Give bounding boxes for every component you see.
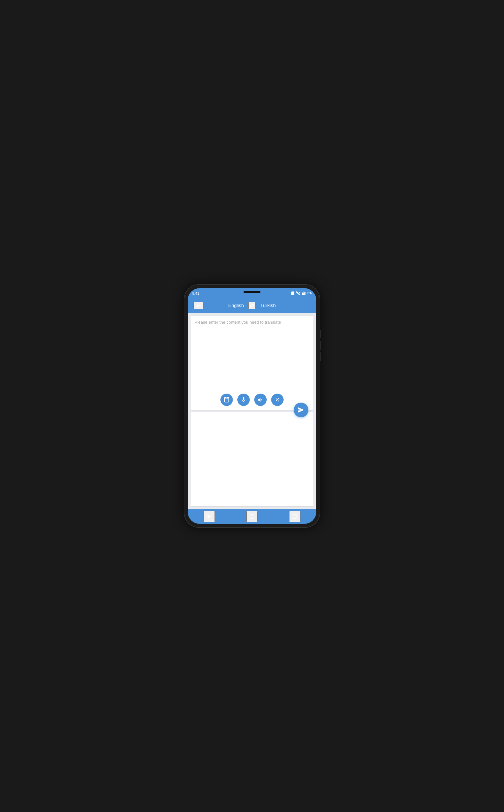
- app-header: English Turkish: [188, 298, 316, 313]
- nav-home-icon: [249, 513, 255, 520]
- navigation-bar: [188, 509, 316, 524]
- output-panel: [191, 412, 313, 506]
- signal-icon: [302, 291, 306, 295]
- send-icon: [298, 407, 304, 413]
- back-arrow-icon: [195, 303, 202, 309]
- nav-recents-button[interactable]: [289, 511, 300, 522]
- clear-icon: [274, 397, 280, 403]
- volume-icon: [257, 397, 264, 403]
- microphone-icon: [240, 397, 247, 403]
- clipboard-button[interactable]: [220, 394, 233, 406]
- wifi-icon: [296, 291, 300, 295]
- phone-screen: 9:41: [188, 288, 316, 524]
- nav-home-button[interactable]: [246, 511, 258, 522]
- svg-rect-5: [308, 292, 310, 294]
- phone-device: 9:41: [184, 285, 320, 527]
- clear-button[interactable]: [271, 394, 284, 406]
- battery-icon: [307, 291, 312, 295]
- back-button[interactable]: [193, 302, 204, 309]
- source-language-label[interactable]: English: [228, 303, 244, 308]
- send-translate-button[interactable]: [294, 403, 308, 417]
- content-area: [188, 313, 316, 509]
- nav-back-button[interactable]: [204, 511, 215, 522]
- target-language-label[interactable]: Turkish: [260, 303, 276, 308]
- swap-languages-button[interactable]: [248, 302, 256, 309]
- svg-rect-2: [303, 293, 304, 295]
- svg-rect-8: [293, 515, 297, 518]
- nav-recents-icon: [292, 514, 298, 519]
- svg-rect-3: [304, 292, 305, 295]
- swap-icon: [249, 303, 255, 309]
- status-icons: [290, 291, 312, 295]
- svg-rect-1: [302, 293, 303, 295]
- status-time: 9:41: [192, 291, 199, 295]
- svg-rect-6: [311, 293, 311, 294]
- microphone-button[interactable]: [237, 394, 250, 406]
- status-bar: 9:41: [188, 288, 316, 298]
- language-selector-area: English Turkish: [204, 302, 300, 309]
- volume-button[interactable]: [254, 394, 267, 406]
- translation-input[interactable]: [191, 316, 313, 391]
- sd-icon: [290, 291, 295, 295]
- svg-point-7: [250, 515, 254, 519]
- input-panel: [191, 316, 313, 410]
- clipboard-icon: [224, 397, 230, 403]
- nav-back-icon: [206, 513, 212, 520]
- earpiece: [244, 291, 260, 293]
